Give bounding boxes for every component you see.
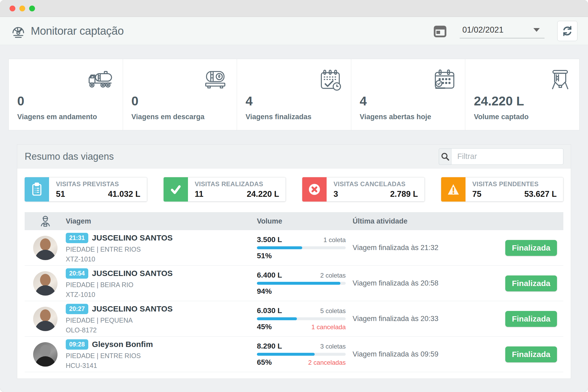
brand: Monitorar captação (11, 24, 124, 38)
refresh-button[interactable] (557, 21, 577, 41)
last-activity: Viagem finalizada às 21:32 (353, 244, 504, 252)
trip-time-badge: 20:27 (66, 304, 88, 314)
panel-header: Resumo das viagens (17, 145, 571, 168)
badge-visitas-canceladas: VISITAS CANCELADAS 3 2.789 L (302, 177, 425, 202)
volume-progress-fill (257, 317, 297, 320)
calendar-icon[interactable] (433, 24, 447, 38)
collections-count: 1 coleta (323, 236, 346, 244)
volume-amount: 6.030 L (257, 306, 282, 315)
canceled-collections: 2 canceladas (308, 359, 346, 366)
collections-count: 3 coletas (320, 343, 346, 350)
refresh-icon (562, 26, 573, 36)
stat-label: Viagens em descarga (131, 113, 205, 121)
filter-group (439, 148, 563, 165)
driver-name: Gleyson Bonfim (92, 340, 153, 349)
maximize-window-button[interactable] (29, 6, 35, 11)
gauge-icon (11, 24, 26, 38)
volume-percent: 94% (257, 287, 272, 296)
driver-name: JUSCELINO SANTOS (92, 304, 173, 313)
column-header-atividade[interactable]: Última atividade (353, 217, 504, 225)
collections-count: 5 coletas (320, 307, 346, 315)
column-header-volume[interactable]: Volume (257, 217, 346, 225)
volume-progress-bar (257, 317, 346, 320)
volume-progress-bar (257, 282, 346, 285)
macos-titlebar (0, 0, 588, 17)
table-row[interactable]: 09:28 Gleyson Bonfim PIEDADE | ENTRE RIO… (25, 337, 563, 372)
last-activity: Viagem finalizada às 09:59 (353, 350, 504, 358)
badge-count: 51 (56, 189, 65, 199)
status-badge: Finalizada (505, 311, 557, 327)
search-icon (439, 148, 451, 165)
calendar-check-clock-icon (319, 69, 342, 92)
visit-badges-row: VISITAS PREVISTAS 51 41.032 L (17, 168, 571, 202)
page-title: Monitorar captação (31, 25, 124, 37)
stats-row: 0 Viagens em andamento 0 (8, 59, 580, 130)
app-window: Monitorar captação 01/02/2021 (0, 0, 588, 392)
stat-value: 0 (131, 94, 139, 108)
driver-name: JUSCELINO SANTOS (92, 233, 173, 242)
volume-percent: 65% (257, 358, 272, 367)
date-value[interactable]: 01/02/2021 (462, 25, 503, 35)
chevron-down-icon (533, 28, 540, 32)
volume-amount: 6.400 L (257, 271, 282, 279)
trip-route: PIEDADE | ENTRE RIOS (66, 246, 257, 253)
close-window-button[interactable] (10, 6, 15, 11)
last-activity: Viagem finalizada às 20:58 (353, 279, 504, 287)
badge-label: VISITAS REALIZADAS (195, 180, 279, 188)
warning-triangle-icon (441, 177, 466, 202)
stat-card-viagens-andamento: 0 Viagens em andamento (9, 59, 123, 130)
trip-route: PIEDADE | BEIRA RIO (66, 281, 257, 289)
clipboard-icon (25, 177, 49, 202)
badge-count: 3 (334, 189, 338, 199)
badge-label: VISITAS PENDENTES (472, 180, 557, 188)
avatar (33, 236, 58, 260)
avatar (33, 307, 58, 331)
discharge-tank-icon (204, 69, 228, 90)
table-header: Viagem Volume Última atividade (25, 212, 563, 230)
trip-route: PIEDADE | PEQUENA (66, 317, 257, 324)
badge-visitas-pendentes: VISITAS PENDENTES 75 53.627 L (441, 177, 564, 202)
table-row[interactable]: 20:54 JUSCELINO SANTOS PIEDADE | BEIRA R… (25, 266, 563, 301)
stat-value: 4 (245, 94, 253, 108)
badge-count: 75 (472, 189, 481, 199)
trip-route: PIEDADE | ENTRE RIOS (66, 352, 257, 360)
last-activity: Viagem finalizada às 20:33 (353, 315, 504, 323)
status-badge: Finalizada (505, 346, 557, 362)
driver-name: JUSCELINO SANTOS (92, 269, 173, 278)
badge-visitas-realizadas: VISITAS REALIZADAS 11 24.220 L (164, 177, 286, 202)
table-row[interactable]: 20:27 JUSCELINO SANTOS PIEDADE | PEQUENA… (25, 301, 563, 337)
stat-value: 4 (360, 94, 367, 108)
date-picker[interactable]: 01/02/2021 (460, 24, 545, 38)
badge-label: VISITAS PREVISTAS (56, 180, 141, 188)
stat-label: Viagens abertas hoje (360, 113, 431, 121)
column-header-viagem[interactable]: Viagem (66, 217, 257, 225)
app-header: Monitorar captação 01/02/2021 (0, 17, 588, 45)
truck-plate: XTZ-1010 (66, 255, 257, 263)
collections-count: 2 coletas (320, 272, 346, 279)
status-badge: Finalizada (505, 240, 557, 256)
stat-card-viagens-descarga: 0 Viagens em descarga (123, 59, 237, 130)
filter-input[interactable] (451, 148, 563, 165)
trip-time-badge: 21:31 (66, 233, 88, 243)
volume-percent: 45% (257, 323, 272, 331)
badge-volume: 53.627 L (524, 189, 557, 199)
avatar (33, 342, 58, 367)
volume-progress-bar (257, 246, 346, 249)
badge-count: 11 (195, 189, 204, 199)
badge-label: VISITAS CANCELADAS (334, 180, 418, 188)
volume-percent: 51% (257, 252, 272, 260)
badge-volume: 2.789 L (390, 189, 418, 199)
badge-volume: 24.220 L (247, 189, 279, 199)
truck-plate: XTZ-1010 (66, 291, 257, 299)
check-icon (164, 177, 188, 202)
stat-label: Volume captado (474, 113, 529, 121)
table-row[interactable]: 21:31 JUSCELINO SANTOS PIEDADE | ENTRE R… (25, 230, 563, 266)
trips-summary-panel: Resumo das viagens (17, 144, 571, 379)
volume-progress-fill (257, 246, 302, 249)
stat-card-volume-captado: 24.220 L Volume captado (465, 59, 579, 130)
status-badge: Finalizada (505, 275, 557, 291)
stat-card-viagens-abertas: 4 Viagens abertas hoje (351, 59, 466, 130)
minimize-window-button[interactable] (19, 6, 25, 11)
cancel-circle-icon (302, 177, 327, 202)
tanker-truck-icon (87, 69, 114, 89)
